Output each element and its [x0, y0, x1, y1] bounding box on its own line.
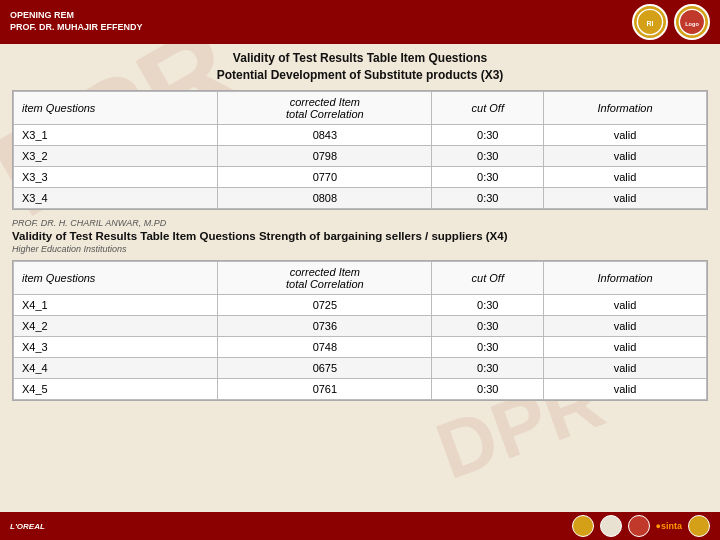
- title-line2: Potential Development of Substitute prod…: [8, 67, 712, 84]
- sinta-logo: ●sinta: [656, 521, 682, 531]
- table-row: X3_4 0808 0:30 valid: [14, 187, 707, 208]
- item-cell: X4_2: [14, 315, 218, 336]
- info-cell: valid: [544, 166, 707, 187]
- info-cell: valid: [544, 378, 707, 399]
- table1-col1-header: item Questions: [14, 91, 218, 124]
- table2-col1-header: item Questions: [14, 261, 218, 294]
- logo-circle-1: RI: [632, 4, 668, 40]
- corr-cell: 0675: [218, 357, 432, 378]
- corr-cell: 0808: [218, 187, 432, 208]
- footer-logos: ●sinta: [572, 515, 710, 537]
- table2-col2-header: corrected Itemtotal Correlation: [218, 261, 432, 294]
- table1: item Questions corrected Itemtotal Corre…: [13, 91, 707, 209]
- item-cell: X3_1: [14, 124, 218, 145]
- footer-logo-2: [600, 515, 622, 537]
- info-cell: valid: [544, 315, 707, 336]
- cutoff-cell: 0:30: [432, 124, 544, 145]
- table-row: X3_1 0843 0:30 valid: [14, 124, 707, 145]
- between-section: PROF. DR. H. CHARIL ANWAR, M.PD Validity…: [0, 214, 720, 256]
- info-cell: valid: [544, 294, 707, 315]
- logo-circle-2: Logo: [674, 4, 710, 40]
- info-cell: valid: [544, 336, 707, 357]
- table-row: X3_3 0770 0:30 valid: [14, 166, 707, 187]
- top-header: OPENING REM PROF. DR. MUHAJIR EFFENDY RI…: [0, 0, 720, 44]
- page-wrapper: DPR DPR OPENING REM PROF. DR. MUHAJIR EF…: [0, 0, 720, 540]
- corr-cell: 0770: [218, 166, 432, 187]
- corr-cell: 0798: [218, 145, 432, 166]
- corr-cell: 0748: [218, 336, 432, 357]
- item-cell: X4_5: [14, 378, 218, 399]
- sinta-text: ●sinta: [656, 521, 682, 531]
- cutoff-cell: 0:30: [432, 145, 544, 166]
- table2: item Questions corrected Itemtotal Corre…: [13, 261, 707, 400]
- table-row: X4_3 0748 0:30 valid: [14, 336, 707, 357]
- table2-header-row: item Questions corrected Itemtotal Corre…: [14, 261, 707, 294]
- table2-col4-header: Information: [544, 261, 707, 294]
- info-cell: valid: [544, 145, 707, 166]
- corr-cell: 0725: [218, 294, 432, 315]
- content-area: OPENING REM PROF. DR. MUHAJIR EFFENDY RI…: [0, 0, 720, 401]
- header-logos: RI Logo: [632, 4, 710, 40]
- cutoff-cell: 0:30: [432, 315, 544, 336]
- item-cell: X3_3: [14, 166, 218, 187]
- professor-name: PROF. DR. MUHAJIR EFFENDY: [10, 22, 143, 34]
- item-cell: X3_2: [14, 145, 218, 166]
- cutoff-cell: 0:30: [432, 357, 544, 378]
- between-author: PROF. DR. H. CHARIL ANWAR, M.PD: [12, 218, 708, 228]
- opening-rem-label: OPENING REM: [10, 10, 143, 22]
- item-cell: X4_4: [14, 357, 218, 378]
- item-cell: X4_1: [14, 294, 218, 315]
- cutoff-cell: 0:30: [432, 294, 544, 315]
- corr-cell: 0736: [218, 315, 432, 336]
- table-row: X4_5 0761 0:30 valid: [14, 378, 707, 399]
- table2-col3-header: cut Off: [432, 261, 544, 294]
- cutoff-cell: 0:30: [432, 378, 544, 399]
- table-row: X4_1 0725 0:30 valid: [14, 294, 707, 315]
- header-left-text: OPENING REM PROF. DR. MUHAJIR EFFENDY: [10, 10, 143, 33]
- table1-col2-header: corrected Itemtotal Correlation: [218, 91, 432, 124]
- cutoff-cell: 0:30: [432, 336, 544, 357]
- table-row: X3_2 0798 0:30 valid: [14, 145, 707, 166]
- item-cell: X3_4: [14, 187, 218, 208]
- footer: L'OREAL ●sinta: [0, 512, 720, 540]
- table1-col4-header: Information: [544, 91, 707, 124]
- footer-logo-1: [572, 515, 594, 537]
- cutoff-cell: 0:30: [432, 187, 544, 208]
- cutoff-cell: 0:30: [432, 166, 544, 187]
- svg-text:RI: RI: [647, 20, 654, 27]
- info-cell: valid: [544, 187, 707, 208]
- table1-col3-header: cut Off: [432, 91, 544, 124]
- info-cell: valid: [544, 124, 707, 145]
- svg-text:Logo: Logo: [685, 21, 699, 27]
- table1-container: item Questions corrected Itemtotal Corre…: [12, 90, 708, 210]
- table2-container: item Questions corrected Itemtotal Corre…: [12, 260, 708, 401]
- between-section-title: Validity of Test Results Table Item Ques…: [12, 228, 708, 244]
- footer-left: L'OREAL: [10, 522, 45, 531]
- title-line1: Validity of Test Results Table Item Ques…: [8, 50, 712, 67]
- item-cell: X4_3: [14, 336, 218, 357]
- corr-cell: 0843: [218, 124, 432, 145]
- between-section-sub: Higher Education Institutions: [12, 244, 708, 254]
- info-cell: valid: [544, 357, 707, 378]
- table-row: X4_4 0675 0:30 valid: [14, 357, 707, 378]
- corr-cell: 0761: [218, 378, 432, 399]
- footer-logo-3: [628, 515, 650, 537]
- table-row: X4_2 0736 0:30 valid: [14, 315, 707, 336]
- loreal-text: L'OREAL: [10, 522, 45, 531]
- table1-header-row: item Questions corrected Itemtotal Corre…: [14, 91, 707, 124]
- footer-logo-4: [688, 515, 710, 537]
- section-title-1: Validity of Test Results Table Item Ques…: [0, 44, 720, 86]
